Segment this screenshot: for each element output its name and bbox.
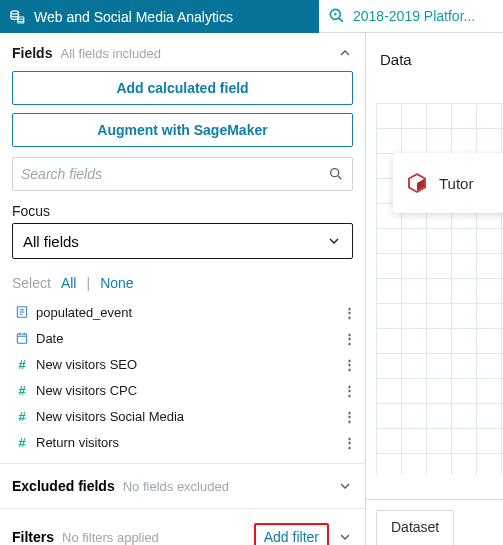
fields-section-header[interactable]: Fields All fields included [0, 33, 365, 71]
search-fields-input[interactable] [21, 166, 328, 182]
kebab-icon[interactable]: ⋮ [339, 357, 359, 372]
search-icon [328, 166, 344, 182]
focus-select-value: All fields [23, 233, 79, 250]
svg-point-4 [331, 169, 339, 177]
canvas-header: Data [366, 33, 503, 78]
filters-subtitle: No filters applied [62, 530, 159, 545]
visual-card[interactable]: Tutor [393, 153, 503, 213]
fields-list: populated_event⋮Date⋮#New visitors SEO⋮#… [0, 297, 365, 463]
field-type-hash-icon: # [12, 383, 32, 398]
select-none-link[interactable]: None [100, 275, 133, 291]
fields-subtitle: All fields included [60, 46, 160, 61]
canvas-area: Data Tutor Dataset [366, 33, 503, 545]
field-type-hash-icon: # [12, 409, 32, 424]
field-name: New visitors SEO [32, 357, 339, 372]
field-name: Date [32, 331, 339, 346]
field-type-hash-icon: # [12, 357, 32, 372]
field-row[interactable]: #New visitors SEO⋮ [12, 351, 359, 377]
svg-point-0 [11, 10, 19, 13]
dataset-icon [8, 8, 26, 26]
focus-select[interactable]: All fields [12, 223, 353, 259]
select-all-link[interactable]: All [61, 275, 77, 291]
excluded-fields-header[interactable]: Excluded fields No fields excluded [0, 464, 365, 508]
filters-title: Filters [12, 529, 54, 545]
select-all-none-row: Select All | None [0, 269, 365, 297]
field-type-sheet-icon [12, 305, 32, 319]
workspace-title: Web and Social Media Analytics [34, 9, 233, 25]
add-calculated-field-button[interactable]: Add calculated field [12, 71, 353, 105]
fields-sidebar: Fields All fields included Add calculate… [0, 33, 366, 545]
fields-title: Fields [12, 45, 52, 61]
field-row[interactable]: #Return visitors⋮ [12, 429, 359, 455]
field-row[interactable]: Date⋮ [12, 325, 359, 351]
kebab-icon[interactable]: ⋮ [339, 331, 359, 346]
field-row[interactable]: #New visitors Social Media⋮ [12, 403, 359, 429]
chevron-down-icon [326, 233, 342, 249]
kebab-icon[interactable]: ⋮ [339, 435, 359, 450]
field-name: New visitors CPC [32, 383, 339, 398]
top-bar: Web and Social Media Analytics 2018-2019… [0, 0, 503, 33]
platform-link-label: 2018-2019 Platfor... [353, 8, 475, 24]
platform-link[interactable]: 2018-2019 Platfor... [319, 0, 503, 33]
visual-card-label: Tutor [439, 175, 473, 192]
chevron-down-icon[interactable] [337, 478, 353, 494]
augment-sagemaker-button[interactable]: Augment with SageMaker [12, 113, 353, 147]
insight-icon [327, 6, 347, 26]
kebab-icon[interactable]: ⋮ [339, 305, 359, 320]
chevron-up-icon[interactable] [337, 45, 353, 61]
field-name: Return visitors [32, 435, 339, 450]
field-row[interactable]: #New visitors CPC⋮ [12, 377, 359, 403]
svg-point-3 [334, 13, 337, 15]
dataset-tabs-row: Dataset [366, 499, 503, 545]
kebab-icon[interactable]: ⋮ [339, 409, 359, 424]
field-name: populated_event [32, 305, 339, 320]
field-type-date-icon [12, 331, 32, 345]
filters-header[interactable]: Filters No filters applied Add filter [0, 509, 365, 545]
cube-icon [405, 171, 429, 195]
search-fields-input-wrap[interactable] [12, 157, 353, 191]
field-type-hash-icon: # [12, 435, 32, 450]
focus-label: Focus [0, 197, 365, 223]
chevron-down-icon[interactable] [337, 529, 353, 545]
excluded-fields-subtitle: No fields excluded [123, 479, 229, 494]
top-bar-left: Web and Social Media Analytics [0, 0, 319, 33]
field-name: New visitors Social Media [32, 409, 339, 424]
add-filter-button[interactable]: Add filter [264, 529, 319, 545]
dataset-tab[interactable]: Dataset [376, 510, 454, 545]
kebab-icon[interactable]: ⋮ [339, 383, 359, 398]
select-label: Select [12, 275, 51, 291]
excluded-fields-title: Excluded fields [12, 478, 115, 494]
svg-rect-6 [17, 334, 26, 343]
field-row[interactable]: populated_event⋮ [12, 299, 359, 325]
